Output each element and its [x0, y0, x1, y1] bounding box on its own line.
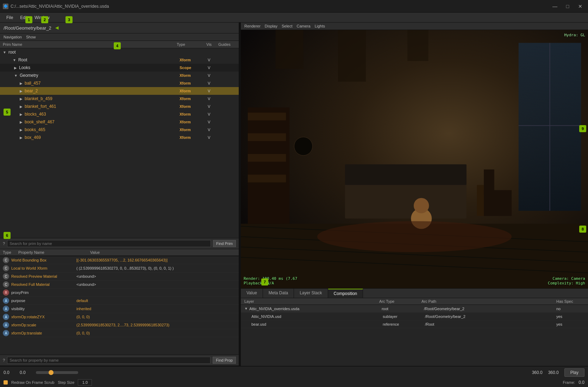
renderer-link-display[interactable]: Display	[265, 24, 277, 28]
expand-icon-books: ▶	[20, 128, 23, 132]
nav-navigation[interactable]: Navigation	[4, 35, 22, 39]
prop-row-rotatezyx[interactable]: A xformOp:rotateZYX (0, 0, 0)	[0, 313, 239, 321]
svg-rect-26	[484, 170, 494, 195]
search-prop-bar: ? Find Prop	[0, 355, 239, 366]
tree-row-bear2[interactable]: ▶ bear_2 Xform V	[0, 87, 239, 95]
expand-icon-blocks: ▶	[20, 112, 23, 116]
minimize-button[interactable]: —	[550, 1, 560, 11]
tree-vis-blocks: V	[208, 112, 218, 116]
comp-arctype-overrides: root	[382, 307, 424, 311]
tree-type-blocks: Xform	[180, 112, 208, 116]
tab-metadata[interactable]: Meta Data	[263, 289, 294, 298]
prop-row-visibility[interactable]: A visibility inherited	[0, 305, 239, 313]
comp-arcpath-attic: /Root/Geometry/bear_2	[425, 314, 556, 319]
tab-composition[interactable]: Composition	[328, 289, 363, 298]
tree-vis-Looks: V	[208, 66, 218, 70]
close-button[interactable]: ✕	[575, 1, 585, 11]
prop-name-proxyprim: proxyPrim	[11, 290, 76, 295]
tree-row-ball_457[interactable]: ▶ ball_457 Xform V	[0, 79, 239, 87]
search-prop-input[interactable]	[7, 357, 211, 364]
prop-name-rpm: Resolved Preview Material	[11, 274, 76, 278]
timeline-footer: Redraw On Frame Scrub Step Size Frame: 0…	[0, 379, 588, 387]
prop-row-rfm[interactable]: C Resolved Full Material <unbound>	[0, 281, 239, 289]
comp-header: Layer Arc Type Arc Path Has Spec	[241, 298, 588, 305]
tree-row-Looks[interactable]: ▶ Looks Scope V	[0, 64, 239, 72]
comp-layer-overrides: Attic_NVIDIA_overrides.usda	[249, 307, 382, 311]
find-prop-button[interactable]: Find Prop	[213, 357, 236, 364]
renderer-link-select[interactable]: Select	[282, 24, 293, 28]
expand-icon-box: ▶	[20, 136, 23, 140]
timeline-end: 360.0 360.0 Play	[532, 368, 584, 377]
tree-node-box: box_469	[25, 135, 41, 140]
prop-value-scale: (2.5399999618530273, 2....73, 2.53999996…	[76, 323, 236, 327]
prop-row-scale[interactable]: A xformOp:scale (2.5399999618530273, 2..…	[0, 321, 239, 329]
nav-show[interactable]: Show	[26, 35, 36, 39]
tree-row-bookshelf[interactable]: ▶ book_shelf_467 Xform V	[0, 118, 239, 126]
prop-row-rpm[interactable]: C Resolved Preview Material <unbound>	[0, 272, 239, 281]
tree-node-blanketfort: blanket_fort_461	[25, 104, 56, 109]
render-stats-line1: Render: 100.40 ms (7.67	[244, 276, 297, 281]
step-size-input[interactable]	[78, 379, 92, 386]
prop-type-rotatezyx: A	[3, 314, 9, 320]
prop-value-wbb: [(-301.06303365597705, ...2, 162.6676654…	[76, 258, 236, 262]
composition-table: Layer Arc Type Arc Path Has Spec ▼ Attic…	[241, 298, 588, 366]
tree-type-ball457: Xform	[180, 81, 208, 85]
find-prim-button[interactable]: Find Prim	[213, 240, 236, 247]
prop-row-wbb[interactable]: C World Bounding Box [(-301.063033655977…	[0, 256, 239, 264]
comp-col-arctype: Arc Type	[379, 299, 421, 303]
comp-hasspec-overrides: no	[556, 307, 584, 311]
timeline-current: 0.0	[20, 370, 32, 375]
comp-arctype-bear: reference	[383, 322, 425, 326]
maximize-button[interactable]: □	[563, 1, 573, 11]
expand-icon-Root: ▼	[13, 58, 16, 62]
tree-row-blanket-fort[interactable]: ▶ blanket_fort_461 Xform V	[0, 103, 239, 110]
window-controls[interactable]: — □ ✕	[550, 1, 585, 11]
tree-row-Geometry[interactable]: ▼ Geometry Xform V	[0, 72, 239, 79]
renderer-link-camera[interactable]: Camera	[297, 24, 311, 28]
menu-edit[interactable]: Edit	[17, 14, 31, 22]
frame-label: Frame:	[563, 380, 575, 385]
comp-expand-overrides: ▼	[244, 307, 248, 311]
prop-row-ltw[interactable]: C Local to World Xform ( (2.539999961853…	[0, 264, 239, 272]
tree-node-ball457: ball_457	[25, 81, 40, 86]
tree-row-root[interactable]: ▼ root	[0, 48, 239, 56]
tree-row-blanket-b[interactable]: ▶ blanket_b_459 Xform V	[0, 95, 239, 103]
play-button[interactable]: Play	[564, 368, 584, 377]
timeline-thumb[interactable]	[49, 370, 54, 375]
svg-rect-12	[248, 108, 289, 224]
menu-window[interactable]: Window	[31, 14, 53, 22]
timeline-track[interactable]	[36, 371, 78, 374]
svg-rect-14	[248, 133, 286, 141]
tree-row-Root[interactable]: ▼ Root Xform V	[0, 56, 239, 64]
search-prim-input[interactable]	[7, 240, 211, 247]
comp-row-atticnvidia[interactable]: Attic_NVIDIA.usd sublayer /Root/Geometry…	[241, 313, 588, 320]
search-prim-help[interactable]: ?	[3, 241, 5, 246]
prop-row-proxyprim[interactable]: R proxyPrim	[0, 289, 239, 297]
tab-value[interactable]: Value	[241, 289, 263, 298]
nav-bar: Navigation Show	[0, 33, 239, 41]
comp-layer-attic: Attic_NVIDIA.usd	[251, 314, 383, 319]
tabs-bar: Value Meta Data Layer Stack Composition	[241, 289, 588, 298]
expand-icon-root: ▼	[3, 50, 6, 54]
prop-type-wbb: C	[3, 257, 9, 263]
menu-file[interactable]: File	[3, 14, 17, 22]
tree-vis-Root: V	[208, 58, 218, 62]
search-prop-help[interactable]: ?	[3, 358, 5, 362]
renderer-link-lights[interactable]: Lights	[315, 24, 325, 28]
tab-layerstack[interactable]: Layer Stack	[294, 289, 328, 298]
expand-icon-ball457: ▶	[20, 81, 23, 85]
timeline-start: 0.0	[4, 370, 16, 375]
prop-row-translate[interactable]: A xformOp:translate (0, 0, 0)	[0, 329, 239, 337]
viewport[interactable]: Hydra: GL Render: 100.40 ms (7.67 Playba…	[241, 30, 588, 288]
svg-rect-6	[276, 30, 304, 69]
renderer-link-renderer[interactable]: Renderer	[244, 24, 261, 28]
tree-row-books[interactable]: ▶ books_465 Xform V	[0, 126, 239, 134]
tree-type-books: Xform	[180, 128, 208, 132]
tree-row-blocks[interactable]: ▶ blocks_463 Xform V	[0, 110, 239, 118]
tree-col-type: Type	[177, 42, 205, 47]
stepsize-label: Step Size	[58, 380, 74, 385]
tree-row-box[interactable]: ▶ box_469 Xform V	[0, 134, 239, 141]
comp-row-bear[interactable]: bear.usd reference /Root yes	[241, 320, 588, 328]
comp-row-overrides[interactable]: ▼ Attic_NVIDIA_overrides.usda root /Root…	[241, 305, 588, 313]
prop-row-purpose[interactable]: A purpose default	[0, 297, 239, 305]
